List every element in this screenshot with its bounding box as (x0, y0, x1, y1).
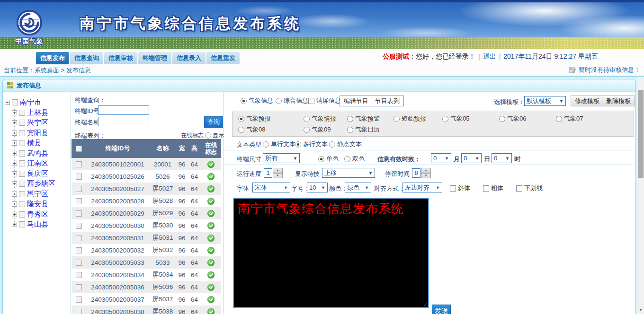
speed-value[interactable]: 1 (264, 168, 272, 178)
italic-checkbox[interactable] (450, 185, 456, 192)
delete-template-button[interactable]: 删除模板 (602, 96, 635, 106)
table-row[interactable]: 240305002005036屏50369664 (72, 281, 221, 293)
table-row[interactable]: 240305001020001200019664 (72, 158, 221, 170)
step-down-icon[interactable]: ▼ (273, 173, 283, 178)
tree-checkbox[interactable] (19, 110, 25, 116)
expand-icon[interactable]: + (12, 212, 17, 217)
category-radio[interactable] (347, 116, 353, 122)
expand-icon[interactable]: + (12, 222, 17, 227)
vertical-scrollbar[interactable]: ▼ (637, 77, 644, 314)
nav-tab-2[interactable]: 信息查询 (70, 52, 103, 64)
row-checkbox[interactable] (76, 161, 82, 167)
tree-item[interactable]: +宾阳县 (3, 128, 71, 139)
step-up-icon[interactable]: ▲ (273, 168, 283, 173)
dual-color-radio[interactable] (344, 156, 350, 162)
tree-checkbox[interactable] (19, 201, 25, 207)
tree-item[interactable]: +横县 (3, 138, 71, 148)
row-checkbox[interactable] (76, 247, 82, 253)
row-checkbox[interactable] (76, 174, 82, 180)
tree-checkbox[interactable] (19, 160, 25, 166)
validity-day-select[interactable]: 0▼ (461, 153, 482, 163)
row-checkbox[interactable] (76, 235, 82, 241)
tree-checkbox[interactable] (19, 211, 25, 218)
category-radio[interactable] (347, 127, 353, 133)
terminal-name-input[interactable] (98, 117, 149, 126)
validity-hour-select[interactable]: 0▼ (492, 153, 512, 163)
color-select[interactable]: 绿色▼ (345, 183, 371, 192)
row-checkbox[interactable] (76, 223, 82, 229)
row-checkbox[interactable] (76, 186, 82, 192)
message-preview[interactable]: 南宁市气象综合信息发布系统 (233, 198, 429, 308)
tree-checkbox[interactable] (19, 171, 25, 177)
tree-checkbox[interactable] (19, 221, 25, 227)
info-type-weather-radio[interactable] (241, 98, 247, 104)
tree-item-label[interactable]: 江南区 (27, 159, 48, 168)
expand-icon[interactable]: + (12, 131, 17, 136)
tree-item[interactable]: +马山县 (3, 219, 71, 230)
send-button[interactable]: 发送 (432, 305, 451, 314)
expand-icon[interactable]: + (12, 201, 17, 207)
table-row[interactable]: 24030500102502650269664 (72, 170, 221, 183)
tree-item[interactable]: +隆安县 (3, 199, 71, 209)
table-row[interactable]: 240305002005032屏50329664 (72, 244, 221, 256)
table-row[interactable]: 240305002005038屏50389664 (72, 305, 221, 314)
tree-item-label[interactable]: 良庆区 (27, 169, 48, 178)
bold-checkbox[interactable] (483, 185, 489, 192)
modify-template-button[interactable]: 修改模板 (571, 96, 604, 106)
scroll-down-icon[interactable]: ▼ (637, 308, 644, 312)
tree-item[interactable]: +邕宁区 (3, 189, 71, 200)
stay-value[interactable]: 8 (412, 168, 420, 178)
nav-tab-6[interactable]: 信息重发 (206, 52, 240, 64)
fontsize-select[interactable]: 10▼ (307, 183, 328, 192)
template-select[interactable]: 默认模板▼ (524, 96, 566, 106)
info-type-general-radio[interactable] (276, 98, 282, 104)
logout-link[interactable]: 退出 (483, 52, 496, 61)
edit-program-button[interactable]: 编辑节目 (340, 96, 373, 106)
tree-item-label[interactable]: 邕宁区 (27, 190, 48, 199)
tree-checkbox[interactable] (12, 99, 18, 105)
align-select[interactable]: 左边对齐▼ (402, 183, 442, 192)
tree-root-label[interactable]: 南宁市 (20, 98, 41, 107)
table-row[interactable]: 240305002005034屏50349664 (72, 269, 221, 281)
expand-icon[interactable]: + (12, 181, 17, 186)
category-radio[interactable] (394, 116, 400, 122)
row-checkbox[interactable] (76, 272, 82, 278)
nav-tab-3[interactable]: 信息审核 (104, 52, 137, 64)
category-radio[interactable] (304, 127, 310, 133)
category-radio[interactable] (238, 127, 244, 133)
show-radio[interactable] (205, 132, 211, 139)
clear-screen-checkbox[interactable] (308, 98, 314, 104)
row-checkbox[interactable] (76, 260, 82, 266)
expand-icon[interactable]: + (12, 110, 17, 115)
expand-icon[interactable]: + (12, 120, 17, 125)
single-line-radio[interactable] (263, 141, 269, 148)
tree-checkbox[interactable] (19, 191, 25, 197)
tree-checkbox[interactable] (19, 150, 25, 157)
table-row[interactable]: 240305002005029屏50299664 (72, 207, 221, 219)
tree-item[interactable]: +西乡塘区 (3, 179, 71, 189)
terminal-size-select[interactable]: 所有▼ (263, 153, 300, 163)
expand-icon[interactable]: + (12, 151, 17, 156)
step-down-icon[interactable]: ▼ (421, 173, 431, 178)
tree-item-label[interactable]: 上林县 (27, 108, 48, 117)
row-checkbox[interactable] (76, 210, 82, 217)
tree-item-label[interactable]: 兴宁区 (27, 118, 48, 127)
multi-line-radio[interactable] (295, 141, 301, 148)
query-button[interactable]: 查询 (204, 116, 223, 128)
category-radio[interactable] (556, 116, 562, 122)
nav-tab-5[interactable]: 信息录入 (172, 52, 206, 64)
nav-tab-4[interactable]: 终端管理 (138, 52, 171, 64)
row-checkbox[interactable] (76, 198, 82, 204)
effect-select[interactable]: 上移▼ (322, 168, 375, 178)
validity-month-select[interactable]: 0▼ (431, 153, 451, 163)
tree-item[interactable]: +江南区 (3, 158, 71, 169)
tree-item[interactable]: +兴宁区 (3, 118, 71, 128)
row-checkbox[interactable] (76, 309, 82, 314)
tree-item-label[interactable]: 横县 (27, 139, 41, 148)
select-all-checkbox[interactable] (76, 146, 82, 152)
program-list-button[interactable]: 节目表列 (371, 96, 404, 106)
category-radio[interactable] (304, 116, 310, 122)
nav-tab-1[interactable]: 信息发布 (36, 52, 69, 64)
terminal-id-input[interactable] (98, 105, 149, 115)
table-row[interactable]: 240305002005031屏50319664 (72, 232, 221, 244)
